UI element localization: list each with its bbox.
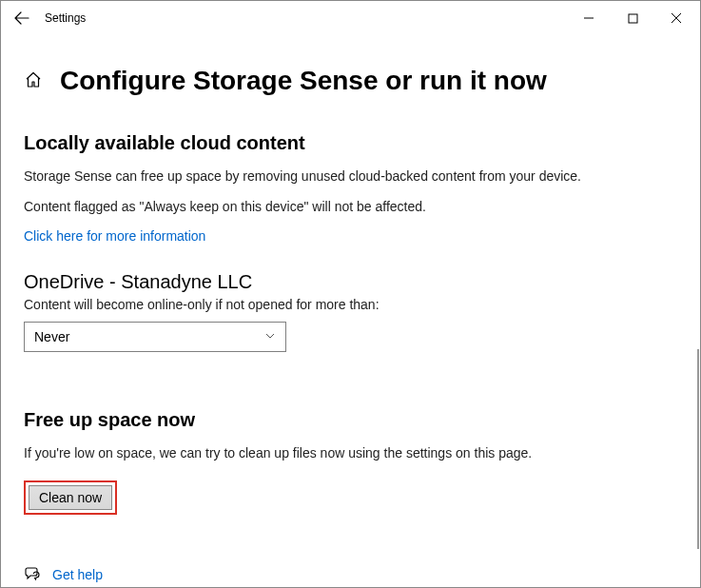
chevron-down-icon [264,329,276,344]
svg-rect-0 [629,14,637,23]
freeup-desc: If you're low on space, we can try to cl… [24,444,677,463]
freeup-heading: Free up space now [24,409,677,431]
onedrive-title: OneDrive - Stanadyne LLC [24,271,677,293]
page-header: Configure Storage Sense or run it now [24,66,677,96]
titlebar: Settings [1,1,700,35]
onedrive-desc: Content will become online-only if not o… [24,297,677,312]
onedrive-dropdown-value: Never [34,329,69,344]
home-icon [24,70,45,91]
get-help-link[interactable]: Get help [52,567,103,582]
scrollbar[interactable] [697,349,699,549]
arrow-left-icon [14,10,29,26]
page-content: Configure Storage Sense or run it now Lo… [1,35,700,588]
help-row: Get help [24,566,677,583]
clean-now-button[interactable]: Clean now [29,485,112,510]
back-button[interactable] [3,1,41,35]
clean-now-highlight: Clean now [24,480,117,515]
close-button[interactable] [654,3,698,33]
chat-icon [24,566,41,583]
page-title: Configure Storage Sense or run it now [60,66,547,96]
maximize-button[interactable] [611,3,654,33]
onedrive-dropdown[interactable]: Never [24,322,286,352]
cloud-desc-2: Content flagged as "Always keep on this … [24,198,677,217]
app-title: Settings [45,11,86,25]
cloud-desc-1: Storage Sense can free up space by remov… [24,167,677,186]
minimize-button[interactable] [567,3,611,33]
maximize-icon [628,13,638,24]
cloud-section-heading: Locally available cloud content [24,132,677,154]
minimize-icon [583,12,594,24]
window-controls [567,3,698,33]
close-icon [671,12,682,24]
more-info-link[interactable]: Click here for more information [24,228,205,244]
